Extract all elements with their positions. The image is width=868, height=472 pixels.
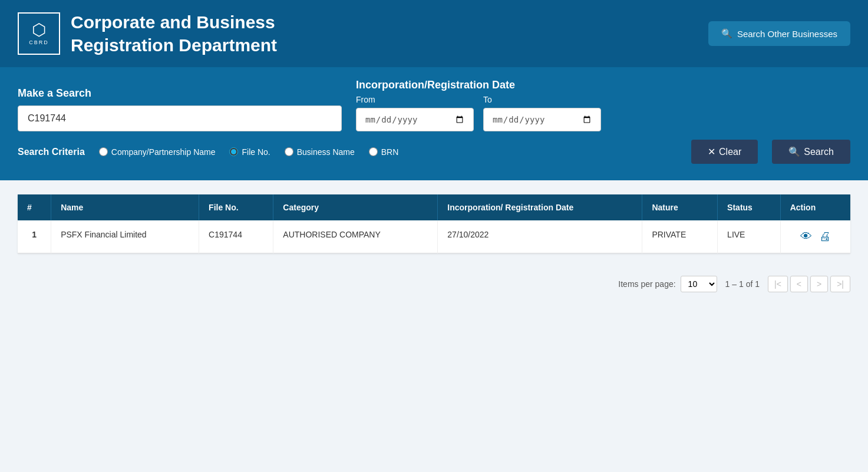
search-criteria-label: Search Criteria bbox=[18, 147, 85, 157]
main-search-input[interactable] bbox=[18, 105, 342, 131]
pagination-bar: Items per page: 10 25 50 100 1 – 1 of 1 … bbox=[0, 268, 868, 301]
date-to-label: To bbox=[483, 95, 601, 104]
criteria-business-name[interactable]: Business Name bbox=[285, 147, 355, 157]
page-info: 1 – 1 of 1 bbox=[725, 279, 760, 289]
page-navigation: |< < > >| bbox=[768, 276, 850, 292]
last-page-button[interactable]: >| bbox=[830, 276, 850, 292]
date-from-label: From bbox=[356, 95, 474, 104]
prev-page-button[interactable]: < bbox=[790, 276, 808, 292]
cell-regdate: 27/10/2022 bbox=[438, 220, 642, 253]
view-icon[interactable]: 👁 bbox=[800, 230, 812, 243]
print-icon[interactable]: 🖨 bbox=[819, 230, 831, 243]
logo-acronym: CBRD bbox=[29, 39, 49, 45]
criteria-file-no[interactable]: File No. bbox=[229, 147, 270, 157]
search-section: Make a Search Incorporation/Registration… bbox=[0, 67, 868, 180]
date-to-input[interactable] bbox=[483, 108, 601, 131]
results-table: # Name File No. Category Incorporation/ … bbox=[18, 194, 850, 253]
cell-fileno: C191744 bbox=[199, 220, 273, 253]
cell-category: AUTHORISED COMPANY bbox=[273, 220, 438, 253]
date-from-input[interactable] bbox=[356, 108, 474, 131]
search-other-businesses-button[interactable]: 🔍 Search Other Businesses bbox=[708, 21, 850, 46]
clear-button[interactable]: ✕ Clear bbox=[691, 140, 758, 164]
col-status: Status bbox=[718, 194, 781, 220]
criteria-company-name[interactable]: Company/Partnership Name bbox=[99, 147, 216, 157]
cell-status: LIVE bbox=[718, 220, 781, 253]
col-name: Name bbox=[51, 194, 199, 220]
cell-number: 1 bbox=[18, 220, 51, 253]
table-header-row: # Name File No. Category Incorporation/ … bbox=[18, 194, 850, 220]
cell-nature: PRIVATE bbox=[642, 220, 718, 253]
results-section: # Name File No. Category Incorporation/ … bbox=[0, 180, 868, 268]
page-header: ⬡ CBRD Corporate and Business Registrati… bbox=[0, 0, 868, 67]
next-page-button[interactable]: > bbox=[810, 276, 828, 292]
search-icon: 🔍 bbox=[721, 28, 732, 39]
col-fileno: File No. bbox=[199, 194, 273, 220]
make-a-search-title: Make a Search bbox=[18, 87, 342, 100]
cell-action: 👁 🖨 bbox=[780, 220, 850, 253]
search-button[interactable]: 🔍 Search bbox=[772, 140, 850, 164]
col-regdate: Incorporation/ Registration Date bbox=[438, 194, 642, 220]
criteria-brn[interactable]: BRN bbox=[369, 147, 399, 157]
col-number: # bbox=[18, 194, 51, 220]
page-title: Corporate and Business Registration Depa… bbox=[71, 11, 277, 57]
items-per-page-label: Items per page: bbox=[618, 279, 675, 289]
items-per-page-control: Items per page: 10 25 50 100 bbox=[618, 276, 717, 292]
cbrd-logo: ⬡ CBRD bbox=[18, 12, 60, 55]
first-page-button[interactable]: |< bbox=[768, 276, 788, 292]
search-icon: 🔍 bbox=[788, 146, 800, 157]
clear-icon: ✕ bbox=[708, 146, 715, 157]
date-section-title: Incorporation/Registration Date bbox=[356, 79, 601, 91]
table-row: 1 PSFX Financial Limited C191744 AUTHORI… bbox=[18, 220, 850, 253]
col-nature: Nature bbox=[642, 194, 718, 220]
logo-icon: ⬡ bbox=[32, 22, 46, 38]
items-per-page-select[interactable]: 10 25 50 100 bbox=[681, 276, 717, 292]
col-category: Category bbox=[273, 194, 438, 220]
cell-name: PSFX Financial Limited bbox=[51, 220, 199, 253]
col-action: Action bbox=[780, 194, 850, 220]
